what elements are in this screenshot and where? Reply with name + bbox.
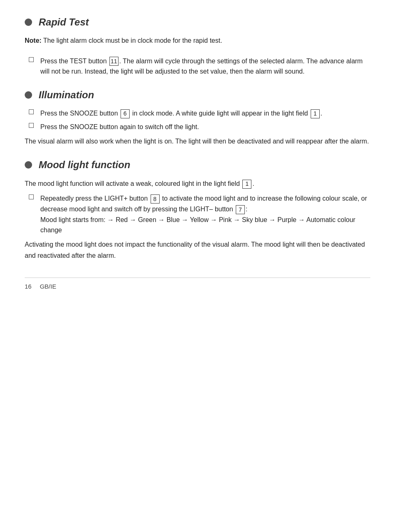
mood-light-bullet bbox=[25, 161, 32, 169]
checkbox-illumination-2 bbox=[29, 123, 34, 128]
illumination-item1-text: Press the SNOOZE button 6 in clock mode.… bbox=[40, 108, 370, 119]
checkbox-mood-1 bbox=[29, 194, 34, 199]
checkbox-illumination-1 bbox=[29, 109, 34, 114]
button-8-box: 8 bbox=[151, 194, 160, 204]
footer-page-number: 16 bbox=[25, 283, 32, 290]
rapid-test-section: Rapid Test Note: The light alarm clock m… bbox=[25, 16, 370, 77]
rapid-test-note: Note: The light alarm clock must be in c… bbox=[25, 35, 370, 46]
note-label: Note: bbox=[25, 37, 42, 44]
checkbox-rapid-test bbox=[29, 57, 34, 62]
footer-locale: GB/IE bbox=[40, 283, 56, 290]
illumination-header: Illumination bbox=[25, 89, 370, 101]
rapid-test-item1-text: Press the TEST button 11. The alarm will… bbox=[40, 56, 370, 77]
mood-light-para1: The mood light function will activate a … bbox=[25, 178, 370, 189]
illumination-bullet bbox=[25, 91, 32, 99]
mood-light-header: Mood light function bbox=[25, 159, 370, 171]
rapid-test-bullet bbox=[25, 19, 32, 26]
mood-light-para2: Activating the mood light does not impac… bbox=[25, 239, 370, 261]
button-11-box: 11 bbox=[109, 57, 118, 66]
footer: 16 GB/IE bbox=[25, 278, 370, 290]
mood-light-item1-text: Repeatedly press the LIGHT+ button 8 to … bbox=[40, 193, 370, 235]
illumination-para: The visual alarm will also work when the… bbox=[25, 136, 370, 147]
rapid-test-item1: Press the TEST button 11. The alarm will… bbox=[25, 56, 370, 77]
illumination-title: Illumination bbox=[39, 89, 94, 101]
note-text: The light alarm clock must be in clock m… bbox=[42, 37, 222, 44]
illumination-item2-text: Press the SNOOZE button again to switch … bbox=[40, 122, 370, 132]
illumination-section: Illumination Press the SNOOZE button 6 i… bbox=[25, 89, 370, 147]
illumination-item2: Press the SNOOZE button again to switch … bbox=[25, 122, 370, 132]
rapid-test-header: Rapid Test bbox=[25, 16, 370, 28]
button-7-box: 7 bbox=[236, 205, 245, 214]
mood-light-item1: Repeatedly press the LIGHT+ button 8 to … bbox=[25, 193, 370, 235]
mood-light-title: Mood light function bbox=[39, 159, 130, 171]
mood-light-section: Mood light function The mood light funct… bbox=[25, 159, 370, 261]
field-1-box-illumination: 1 bbox=[311, 109, 320, 118]
illumination-item1: Press the SNOOZE button 6 in clock mode.… bbox=[25, 108, 370, 119]
field-1-box-mood: 1 bbox=[242, 180, 251, 189]
button-6-box: 6 bbox=[121, 109, 130, 118]
rapid-test-title: Rapid Test bbox=[39, 16, 89, 28]
